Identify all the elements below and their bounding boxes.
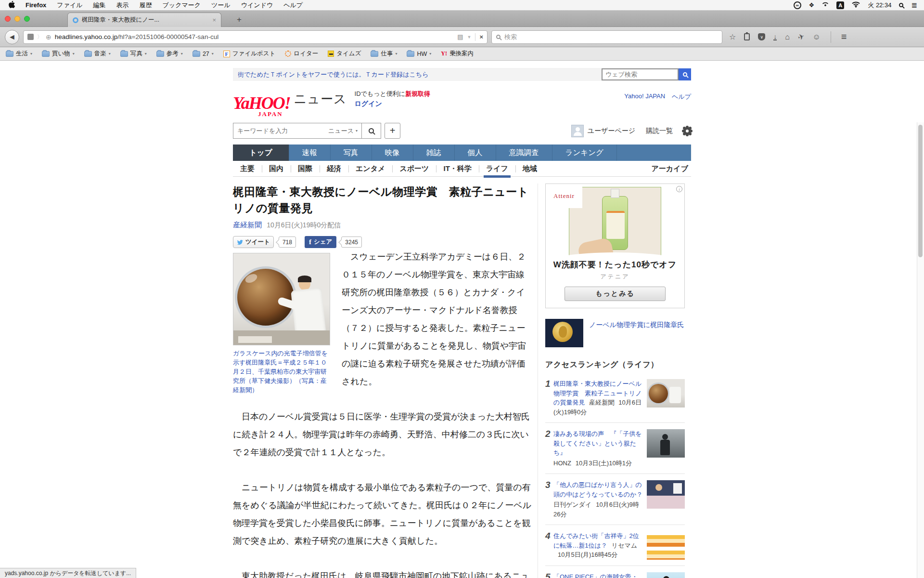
bookmark-folder-27[interactable]: 27▾ xyxy=(192,51,214,57)
login-link[interactable]: ログイン xyxy=(355,99,431,109)
service-name[interactable]: ニュース xyxy=(294,91,347,107)
ad-info-icon[interactable] xyxy=(676,186,682,192)
creative-cloud-icon[interactable]: ∞ xyxy=(794,1,801,9)
help-link[interactable]: ヘルプ xyxy=(672,92,691,101)
add-keyword-button[interactable]: + xyxy=(385,123,400,139)
menu-file[interactable]: ファイル xyxy=(57,1,82,10)
menu-app-name[interactable]: Firefox xyxy=(26,1,46,9)
tab-shashin[interactable]: 写真 xyxy=(331,144,372,161)
stop-button[interactable]: × xyxy=(479,33,483,40)
bookmark-star-icon[interactable]: ☆ xyxy=(729,32,736,41)
ad-title[interactable]: W洗顔不要！たった10秒でオフ xyxy=(551,259,680,270)
tab-close-icon[interactable]: × xyxy=(212,16,216,24)
scrollbar-thumb[interactable] xyxy=(918,125,923,257)
downloads-icon[interactable]: ↓ xyxy=(773,34,777,40)
site-identity-globe-icon[interactable]: ⊕ xyxy=(46,33,51,41)
ranking-thumbnail[interactable] xyxy=(647,480,685,509)
back-button[interactable]: ◄ xyxy=(5,30,19,44)
register-link[interactable]: 新規取得 xyxy=(405,90,430,97)
zoom-window-button[interactable] xyxy=(24,16,30,22)
gear-icon[interactable] xyxy=(683,127,691,135)
subnav-keizai[interactable]: 経済 xyxy=(320,161,348,176)
nobel-medal-thumbnail[interactable] xyxy=(545,319,583,347)
web-search-input[interactable] xyxy=(602,68,679,80)
bookmark-times[interactable]: タイムズ xyxy=(328,50,361,58)
menu-help[interactable]: ヘルプ xyxy=(283,1,303,10)
input-source-icon[interactable]: A xyxy=(836,1,844,9)
subnav-sports[interactable]: スポーツ xyxy=(392,161,436,176)
home-icon[interactable]: ⌂ xyxy=(785,33,790,41)
menu-tools[interactable]: ツール xyxy=(211,1,231,10)
bookmark-norikae[interactable]: Y!乗換案内 xyxy=(441,50,474,58)
tweet-button[interactable]: ツイート xyxy=(233,236,274,248)
spotlight-icon[interactable] xyxy=(899,3,903,7)
notification-center-icon[interactable]: ≣ xyxy=(911,1,917,10)
subscriptions-link[interactable]: 購読一覧 xyxy=(646,127,673,135)
keyword-input[interactable] xyxy=(237,127,328,134)
menu-edit[interactable]: 編集 xyxy=(93,1,106,10)
article-photo[interactable] xyxy=(233,253,330,345)
bookmark-folder-seikatsu[interactable]: 生活▾ xyxy=(6,50,32,58)
tab-top[interactable]: トップ xyxy=(233,144,289,161)
keyword-search-field[interactable]: ニュース▾ xyxy=(233,123,362,139)
share-count[interactable]: 3245 xyxy=(341,236,362,248)
bookmark-folder-hw[interactable]: HW▾ xyxy=(407,51,431,57)
tab-zasshi[interactable]: 雑誌 xyxy=(413,144,455,161)
menu-view[interactable]: 表示 xyxy=(116,1,129,10)
ranking-link[interactable]: 凄みある現場の声 『「子供を殺してください」という親たち』 xyxy=(553,430,642,456)
reader-mode-icon[interactable]: ▤ xyxy=(457,33,463,40)
news-search-button[interactable] xyxy=(362,123,381,139)
browser-tab[interactable]: 梶田隆章・東大教授にノー... × xyxy=(67,13,221,27)
wifi-icon[interactable] xyxy=(852,1,860,9)
subnav-kokunai[interactable]: 国内 xyxy=(262,161,291,176)
url-bar[interactable]: 〉 ⊕ headlines.yahoo.co.jp/hl?a=20151006-… xyxy=(23,30,488,44)
facebook-share-button[interactable]: f シェア xyxy=(305,236,336,248)
bookmark-reuters[interactable]: ロイター xyxy=(285,50,318,58)
tab-ishikichosa[interactable]: 意識調査 xyxy=(496,144,552,161)
ranking-link[interactable]: 「ONE PIECE」の海賊女帝・ハンコックのわがままボディを忠実に再現したフィ… xyxy=(553,573,642,578)
subnav-entame[interactable]: エンタメ xyxy=(348,161,392,176)
subnav-it-kagaku[interactable]: IT・科学 xyxy=(436,161,478,176)
page-scrollbar[interactable] xyxy=(917,122,924,578)
bookmark-filepost[interactable]: Fファイルポスト xyxy=(223,50,276,58)
subnav-chiiki[interactable]: 地域 xyxy=(515,161,544,176)
search-scope-dropdown[interactable]: ニュース▾ xyxy=(328,127,358,135)
bookmark-folder-kaimono[interactable]: 買い物▾ xyxy=(42,50,75,58)
subnav-life[interactable]: ライフ xyxy=(479,161,515,176)
bookmark-folder-shashin[interactable]: 写真▾ xyxy=(120,50,147,58)
close-window-button[interactable] xyxy=(5,16,11,22)
yahoo-japan-logo[interactable]: YaHOO! JAPAN xyxy=(233,88,290,117)
menubar-clock[interactable]: 火 22:34 xyxy=(868,1,891,10)
ranking-thumbnail[interactable] xyxy=(647,531,685,560)
pocket-icon[interactable]: ∨ xyxy=(758,33,765,40)
user-page-link[interactable]: ユーザーページ xyxy=(571,125,635,137)
bookmark-folder-ongaku[interactable]: 音楽▾ xyxy=(84,50,111,58)
menu-bookmarks[interactable]: ブックマーク xyxy=(163,1,201,10)
dropbox-icon[interactable]: ❖ xyxy=(809,1,815,9)
feedback-smiley-icon[interactable]: ☺ xyxy=(812,33,820,41)
menu-window[interactable]: ウインドウ xyxy=(241,1,273,10)
minimize-window-button[interactable] xyxy=(14,16,20,22)
reading-list-icon[interactable] xyxy=(744,33,750,40)
ranking-thumbnail[interactable] xyxy=(647,429,685,458)
subnav-shuyo[interactable]: 主要 xyxy=(233,161,262,176)
yahoo-portal-link[interactable]: Yahoo! JAPAN xyxy=(624,92,665,101)
new-tab-button[interactable]: + xyxy=(237,15,242,25)
ranking-thumbnail[interactable] xyxy=(647,572,685,578)
tab-eizo[interactable]: 映像 xyxy=(372,144,413,161)
ranking-link[interactable]: 「他人の悪口ばかり言う人」の頭の中はどうなっているのか？ xyxy=(553,481,642,498)
forward-button[interactable] xyxy=(27,34,34,40)
ad-more-button[interactable]: もっとみる xyxy=(565,287,666,301)
tweet-count[interactable]: 718 xyxy=(279,236,296,248)
related-topic-link[interactable]: ノーベル物理学賞に梶田隆章氏 xyxy=(589,320,684,347)
url-dropdown-icon[interactable]: ▼ xyxy=(467,35,471,39)
hotspot-icon[interactable] xyxy=(822,1,829,9)
ranking-thumbnail[interactable] xyxy=(647,379,685,407)
apple-icon[interactable] xyxy=(9,1,15,10)
tab-ranking[interactable]: ランキング xyxy=(552,144,617,161)
menu-hamburger-icon[interactable]: ≡ xyxy=(841,31,847,42)
article-source-link[interactable]: 産経新聞 xyxy=(233,221,262,229)
ad-card[interactable]: Attenir W洗顔不要！たった10秒でオフ アテニア もっとみる xyxy=(545,184,685,308)
browser-search-field[interactable]: 検索 xyxy=(491,30,722,44)
web-search-button[interactable] xyxy=(679,68,691,80)
